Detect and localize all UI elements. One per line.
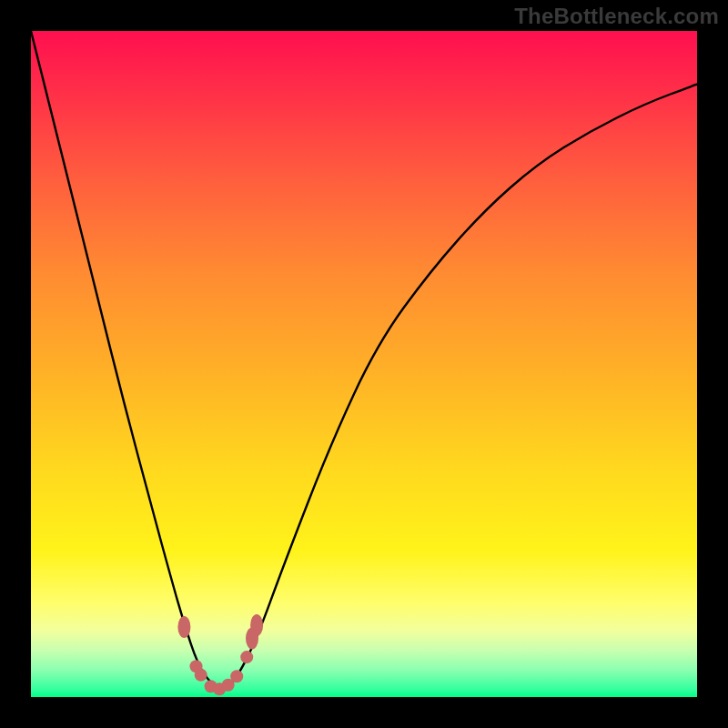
marker-group: [177, 614, 263, 695]
watermark-text: TheBottleneck.com: [514, 4, 719, 29]
chart-frame: TheBottleneck.com: [0, 0, 728, 728]
marker-dot: [177, 616, 190, 638]
plot-area: [31, 31, 697, 697]
curve-plot: [31, 31, 697, 697]
marker-dot: [195, 669, 207, 682]
bottleneck-curve: [31, 31, 697, 688]
marker-dot: [250, 614, 263, 636]
marker-dot: [240, 651, 253, 663]
marker-dot: [230, 670, 243, 682]
